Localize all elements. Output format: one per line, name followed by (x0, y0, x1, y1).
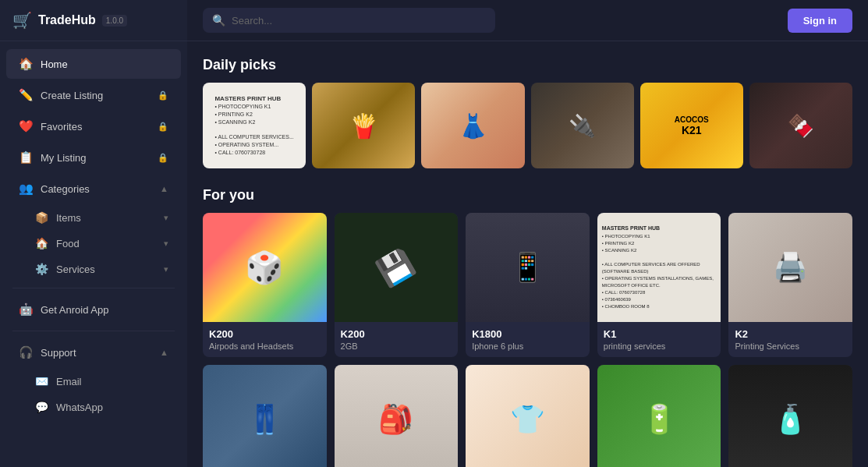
sidebar-item-my-listing-label: My Listing (41, 152, 150, 164)
product-name-5: Printing Services (735, 341, 846, 351)
product-info-3: K1800 Iphone 6 plus (466, 322, 590, 357)
product-card-7[interactable]: 🎒 K150 Adidas Bag (335, 365, 459, 467)
services-icon: ⚙️ (34, 263, 48, 275)
for-you-section: For you 🎲 K200 Airpods and Headsets 💾 (203, 187, 852, 467)
sidebar-item-android-label: Get Anroid App (41, 304, 168, 316)
daily-pick-6[interactable]: 🍫 (749, 83, 852, 168)
food-icon: 🏠 (34, 237, 48, 249)
categories-icon: 👥 (19, 182, 33, 196)
whatsapp-icon: 💬 (34, 401, 48, 413)
sidebar-item-home-label: Home (41, 58, 168, 70)
support-icon: 🎧 (19, 345, 33, 359)
product-price-1: K200 (209, 328, 321, 340)
for-you-title: For you (203, 187, 852, 203)
product-card-2[interactable]: 💾 K200 2GB (335, 213, 459, 357)
divider-2 (12, 331, 175, 331)
sidebar-item-services-label: Services (56, 264, 156, 275)
product-info-1: K200 Airpods and Headsets (203, 322, 327, 357)
product-name-1: Airpods and Headsets (209, 341, 321, 351)
header: 🔍 Sign in (187, 0, 868, 41)
search-input[interactable] (232, 15, 486, 27)
sidebar-item-categories[interactable]: 👥 Categories ▲ (6, 174, 181, 203)
services-chevron-icon: ▾ (164, 264, 168, 274)
my-listing-icon: 📋 (19, 150, 33, 165)
product-card-9[interactable]: 🔋 K40 Fast Charger (597, 365, 721, 467)
sidebar-item-categories-label: Categories (41, 183, 152, 195)
support-chevron-icon: ▲ (160, 348, 168, 357)
sidebar-item-create-listing[interactable]: ✏️ Create Listing 🔒 (6, 80, 181, 110)
product-card-4[interactable]: MASTERS PRINT HUB • PHOTOCOPYING K1 • PR… (597, 213, 721, 357)
items-chevron-icon: ▾ (164, 213, 168, 223)
search-icon: 🔍 (212, 14, 225, 27)
categories-chevron-icon: ▲ (160, 184, 168, 193)
sidebar-item-email-label: Email (56, 376, 168, 387)
product-card-6[interactable]: 👖 K300 Denim Jeans (203, 365, 327, 467)
search-bar[interactable]: 🔍 (203, 8, 495, 33)
divider-1 (12, 288, 175, 288)
for-you-grid: 🎲 K200 Airpods and Headsets 💾 K200 2GB (203, 213, 852, 467)
daily-pick-1[interactable]: MASTERS PRINT HUB • PHOTOCOPYING K1 • PR… (203, 83, 306, 168)
logo-icon: 🛒 (12, 11, 32, 30)
create-listing-icon: ✏️ (19, 88, 33, 102)
daily-pick-2[interactable]: 🍟 (312, 83, 415, 168)
daily-picks-row: MASTERS PRINT HUB • PHOTOCOPYING K1 • PR… (203, 83, 852, 168)
sidebar-item-my-listing[interactable]: 📋 My Listing 🔒 (6, 143, 181, 172)
logo-area: 🛒 TradeHub 1.0.0 (0, 0, 187, 41)
version-badge: 1.0.0 (102, 15, 127, 27)
sidebar-item-email[interactable]: ✉️ Email (6, 369, 181, 394)
daily-picks-section: Daily picks MASTERS PRINT HUB • PHOTOCOP… (203, 57, 852, 168)
lock-icon-2: 🔒 (158, 122, 168, 132)
product-price-4: K1 (604, 328, 715, 340)
daily-pick-5[interactable]: ACOCOSK21 (640, 83, 743, 168)
sidebar-item-support[interactable]: 🎧 Support ▲ (6, 338, 181, 367)
product-card-8[interactable]: 👕 K150 Colorful Shirt (466, 365, 590, 467)
sidebar-item-food[interactable]: 🏠 Food ▾ (6, 231, 181, 256)
product-card-1[interactable]: 🎲 K200 Airpods and Headsets (203, 213, 327, 357)
favorites-icon: ❤️ (19, 119, 33, 133)
sidebar-item-services[interactable]: ⚙️ Services ▾ (6, 256, 181, 281)
sign-in-button[interactable]: Sign in (788, 9, 852, 33)
product-info-5: K2 Printing Services (728, 322, 852, 357)
sidebar-item-whatsapp[interactable]: 💬 WhatsApp (6, 394, 181, 419)
sidebar-item-whatsapp-label: WhatsApp (56, 402, 168, 413)
product-name-4: printing services (604, 341, 715, 351)
home-icon: 🏠 (19, 57, 33, 71)
sidebar-item-items[interactable]: 📦 Items ▾ (6, 205, 181, 230)
lock-icon-3: 🔒 (158, 153, 168, 163)
product-card-10[interactable]: 🧴 K350 Arthur Ford (728, 365, 852, 467)
main-nav: 🏠 Home ✏️ Create Listing 🔒 ❤️ Favorites … (0, 41, 187, 459)
sidebar-item-favorites-label: Favorites (41, 121, 150, 133)
email-icon: ✉️ (34, 375, 48, 387)
product-card-5[interactable]: 🖨️ K2 Printing Services (728, 213, 852, 357)
daily-picks-title: Daily picks (203, 57, 852, 73)
logo-text: TradeHub (38, 13, 96, 27)
product-info-4: K1 printing services (597, 322, 721, 357)
sidebar-item-create-listing-label: Create Listing (41, 90, 150, 101)
product-card-3[interactable]: 📱 K1800 Iphone 6 plus (466, 213, 590, 357)
lock-icon: 🔒 (158, 90, 168, 101)
items-icon: 📦 (34, 211, 48, 224)
sidebar-item-food-label: Food (56, 238, 156, 249)
sidebar-item-android-app[interactable]: 🤖 Get Anroid App (6, 295, 181, 324)
main-area: 🔍 Sign in Daily picks MASTERS PRINT HUB … (187, 0, 868, 467)
product-price-3: K1800 (472, 328, 583, 340)
daily-pick-4[interactable]: 🔌 (531, 83, 634, 168)
product-price-5: K2 (735, 328, 846, 340)
food-chevron-icon: ▾ (164, 239, 168, 249)
sidebar-item-home[interactable]: 🏠 Home (6, 49, 181, 79)
content-area: Daily picks MASTERS PRINT HUB • PHOTOCOP… (187, 41, 868, 467)
sidebar-item-support-label: Support (41, 347, 152, 359)
product-name-3: Iphone 6 plus (472, 341, 583, 351)
android-icon: 🤖 (19, 302, 33, 317)
product-name-2: 2GB (341, 341, 452, 351)
sidebar-item-favorites[interactable]: ❤️ Favorites 🔒 (6, 111, 181, 141)
daily-pick-3[interactable]: 👗 (421, 83, 524, 168)
sidebar-item-items-label: Items (56, 212, 156, 224)
sidebar: 🛒 TradeHub 1.0.0 🏠 Home ✏️ Create Listin… (0, 0, 187, 467)
product-price-2: K200 (341, 328, 452, 340)
product-info-2: K200 2GB (335, 322, 459, 357)
